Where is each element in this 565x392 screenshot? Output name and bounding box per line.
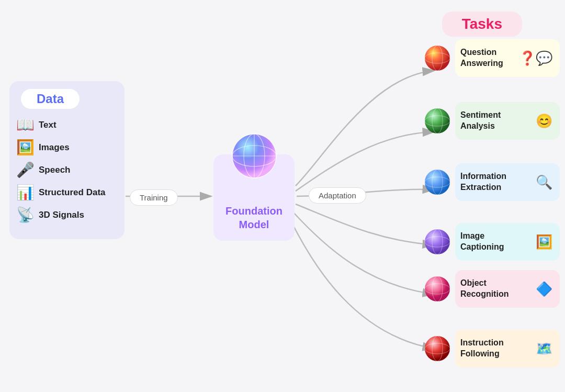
if-icon: 🗺️	[536, 341, 552, 357]
qa-icon: ❓💬	[519, 50, 552, 66]
svg-point-24	[425, 336, 450, 361]
svg-point-9	[425, 46, 450, 71]
ie-icon: 🔍	[536, 174, 552, 191]
foundation-model-title: FoundationModel	[225, 204, 282, 231]
task-qa-row: QuestionAnswering ❓💬	[424, 39, 560, 77]
task-label-if: InstructionFollowing	[460, 338, 530, 360]
task-card-or: ObjectRecognition 🔷	[455, 270, 560, 308]
data-label-3d: 3D Signals	[39, 210, 84, 220]
task-card-qa: QuestionAnswering ❓💬	[455, 39, 560, 77]
data-item-3d: 📡 3D Signals	[16, 206, 118, 223]
task-or-row: ObjectRecognition 🔷	[424, 270, 560, 308]
task-ie-row: InformationExtraction 🔍	[424, 163, 560, 201]
data-label-images: Images	[39, 142, 70, 153]
task-card-if: InstructionFollowing 🗺️	[455, 330, 560, 367]
images-icon: 🖼️	[16, 139, 35, 156]
sa-icon: 😊	[536, 113, 552, 129]
task-card-ie: InformationExtraction 🔍	[455, 163, 560, 201]
ie-sphere	[424, 169, 451, 196]
task-card-sa: SentimentAnalysis 😊	[455, 102, 560, 140]
task-label-or: ObjectRecognition	[460, 278, 530, 300]
ic-sphere	[424, 228, 451, 255]
text-icon: 📖	[16, 116, 35, 133]
or-sphere	[424, 275, 451, 303]
qa-sphere	[424, 44, 451, 72]
training-label: Training	[130, 189, 178, 206]
svg-point-18	[425, 229, 450, 254]
adaptation-label: Adaptation	[309, 187, 366, 204]
tasks-title: Tasks	[462, 16, 502, 32]
3d-icon: 📡	[16, 206, 35, 223]
foundation-sphere	[231, 132, 278, 180]
ic-icon: 🖼️	[536, 234, 552, 250]
task-if-row: InstructionFollowing 🗺️	[424, 330, 560, 367]
or-icon: 🔷	[536, 281, 552, 297]
data-item-structured: 📊 Structured Data	[16, 184, 118, 201]
svg-point-21	[425, 276, 450, 301]
task-label-sa: SentimentAnalysis	[460, 110, 530, 132]
data-section: Data 📖 Text 🖼️ Images 🎤 Speech 📊 Structu…	[9, 81, 125, 239]
structured-icon: 📊	[16, 184, 35, 201]
data-item-images: 🖼️ Images	[16, 139, 118, 156]
task-ic-row: ImageCaptioning 🖼️	[424, 223, 560, 261]
data-item-speech: 🎤 Speech	[16, 161, 118, 178]
data-label-text: Text	[39, 120, 56, 130]
task-card-ic: ImageCaptioning 🖼️	[455, 223, 560, 261]
data-label-structured: Structured Data	[39, 187, 106, 198]
sa-sphere	[424, 107, 451, 135]
data-title: Data	[37, 92, 64, 106]
speech-icon: 🎤	[16, 161, 35, 178]
task-label-ie: InformationExtraction	[460, 171, 530, 193]
data-title-box: Data	[21, 89, 80, 109]
task-sa-row: SentimentAnalysis 😊	[424, 102, 560, 140]
svg-point-12	[425, 108, 450, 133]
svg-point-15	[425, 170, 450, 195]
data-item-text: 📖 Text	[16, 116, 118, 133]
foundation-model-box: FoundationModel	[213, 154, 295, 241]
if-sphere	[424, 335, 451, 362]
task-label-ic: ImageCaptioning	[460, 231, 530, 253]
task-label-qa: QuestionAnswering	[460, 47, 514, 69]
tasks-title-box: Tasks	[442, 12, 522, 37]
data-label-speech: Speech	[39, 165, 70, 175]
